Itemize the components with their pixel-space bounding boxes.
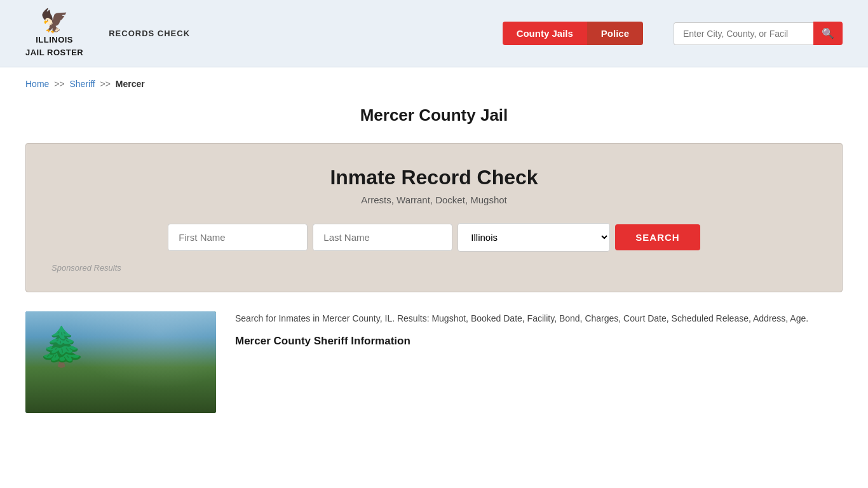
breadcrumb-current: Mercer <box>116 79 145 89</box>
search-icon: 🔍 <box>822 27 834 39</box>
header-search-input[interactable] <box>674 22 813 45</box>
facility-description: Search for Inmates in Mercer County, IL.… <box>235 311 843 325</box>
site-logo[interactable]: 🦅 ILLINOIS JAIL ROSTER <box>25 10 83 57</box>
inmate-search-box: Inmate Record Check Arrests, Warrant, Do… <box>25 143 843 292</box>
bottom-text: Search for Inmates in Mercer County, IL.… <box>235 311 843 413</box>
facility-image <box>25 311 216 413</box>
last-name-input[interactable] <box>313 224 452 251</box>
header-search-button[interactable]: 🔍 <box>813 22 843 45</box>
breadcrumb-sep1: >> <box>54 79 64 89</box>
header-search-bar: 🔍 <box>674 22 843 45</box>
breadcrumb-sep2: >> <box>100 79 111 89</box>
records-check-link[interactable]: RECORDS CHECK <box>109 29 190 38</box>
inmate-search-title: Inmate Record Check <box>51 166 817 189</box>
breadcrumb-sheriff[interactable]: Sheriff <box>70 79 95 89</box>
site-header: 🦅 ILLINOIS JAIL ROSTER RECORDS CHECK Cou… <box>0 0 868 67</box>
inmate-search-subtitle: Arrests, Warrant, Docket, Mugshot <box>51 194 817 205</box>
police-button[interactable]: Police <box>587 22 643 45</box>
sponsored-results-label: Sponsored Results <box>51 263 817 273</box>
search-fields: AlabamaAlaskaArizonaArkansasCaliforniaCo… <box>51 223 817 252</box>
main-nav: County Jails Police <box>503 22 643 45</box>
logo-text: ILLINOIS <box>36 35 73 45</box>
breadcrumb-home[interactable]: Home <box>25 79 49 89</box>
logo-text-line2: JAIL ROSTER <box>25 48 83 58</box>
first-name-input[interactable] <box>168 224 308 251</box>
inmate-search-button[interactable]: SEARCH <box>615 224 700 250</box>
breadcrumb: Home >> Sheriff >> Mercer <box>0 67 868 94</box>
page-title: Mercer County Jail <box>0 105 868 125</box>
county-jails-button[interactable]: County Jails <box>503 22 587 45</box>
sheriff-info-heading: Mercer County Sheriff Information <box>235 335 843 348</box>
bottom-section: Search for Inmates in Mercer County, IL.… <box>25 311 843 432</box>
illinois-flag-icon: 🦅 <box>40 10 69 32</box>
state-select[interactable]: AlabamaAlaskaArizonaArkansasCaliforniaCo… <box>458 223 610 252</box>
